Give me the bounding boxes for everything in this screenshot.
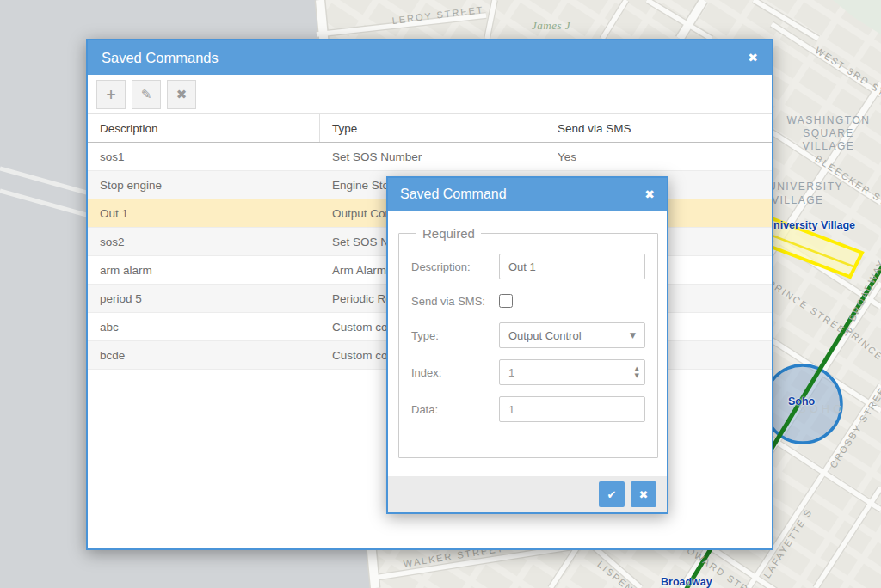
spinner-down-icon[interactable]: ▼	[635, 372, 639, 379]
cancel-button[interactable]: ✖	[631, 481, 656, 507]
description-label: Description:	[411, 260, 499, 273]
description-row: Description:	[411, 254, 645, 279]
index-label: Index:	[411, 366, 499, 379]
saved-command-title: Saved Command	[400, 187, 507, 202]
saved-commands-titlebar[interactable]: Saved Commands ✖	[88, 40, 772, 75]
type-select[interactable]: Output Control ▼	[499, 322, 645, 348]
commands-table-header: Description Type Send via SMS	[88, 113, 772, 143]
column-header-type[interactable]: Type	[320, 114, 545, 142]
data-label: Data:	[411, 403, 499, 416]
delete-command-button[interactable]: ✖	[167, 80, 196, 109]
type-select-value: Output Control	[508, 329, 582, 342]
cell-description: arm alarm	[88, 256, 320, 284]
area-label-washington-2: SQUARE	[777, 127, 880, 139]
check-icon: ✔	[607, 488, 617, 501]
cell-description: sos2	[88, 228, 320, 255]
cell-description: sos1	[88, 143, 320, 170]
data-input[interactable]	[499, 396, 645, 422]
send-via-sms-label: Send via SMS:	[411, 295, 499, 308]
app-window: LEROY STREET James J WEST 3RD STR WASHIN…	[0, 0, 881, 588]
area-label-washington-3: VILLAGE	[777, 140, 880, 152]
saved-command-titlebar[interactable]: Saved Command ✖	[388, 178, 667, 211]
spinner-up-icon[interactable]: ▲	[635, 365, 639, 372]
confirm-button[interactable]: ✔	[599, 481, 625, 507]
geofence-label-soho: Soho	[788, 395, 815, 407]
saved-command-dialog: Saved Command ✖ Required Description: Se…	[386, 176, 668, 514]
cell-description: abc	[88, 313, 320, 340]
close-icon[interactable]: ✖	[644, 188, 655, 200]
delete-icon: ✖	[176, 87, 188, 102]
cell-description: Out 1	[88, 199, 320, 227]
park-label-james-walker: James J	[532, 19, 570, 33]
index-stepper: ▲ ▼	[499, 359, 645, 385]
x-icon: ✖	[639, 488, 649, 501]
area-label-washington-1: WASHINGTON	[777, 114, 880, 126]
chevron-down-icon: ▼	[630, 331, 636, 340]
cell-description: bcde	[88, 341, 320, 369]
commands-toolbar: + ✎ ✖	[88, 75, 772, 113]
index-row: Index: ▲ ▼	[411, 359, 645, 385]
table-row[interactable]: sos1 Set SOS Number Yes	[88, 143, 772, 171]
plus-icon: +	[106, 87, 117, 102]
column-header-description[interactable]: Description	[88, 114, 320, 142]
required-legend: Required	[416, 226, 481, 241]
edit-command-button[interactable]: ✎	[132, 80, 161, 109]
type-label: Type:	[411, 329, 499, 342]
add-command-button[interactable]: +	[96, 80, 126, 109]
area-label-university-2: VILLAGE	[772, 194, 824, 206]
close-icon[interactable]: ✖	[748, 52, 758, 64]
description-input[interactable]	[499, 254, 645, 279]
required-fieldset: Required Description: Send via SMS: Type…	[398, 226, 658, 458]
type-row: Type: Output Control ▼	[411, 322, 645, 348]
saved-commands-title: Saved Commands	[102, 50, 219, 66]
pencil-icon: ✎	[141, 87, 152, 102]
cell-description: period 5	[88, 285, 320, 312]
area-label-university-1: UNIVERSITY	[768, 181, 843, 193]
cell-description: Stop engine	[88, 171, 320, 199]
geofence-label-broadway: Broadway	[661, 576, 712, 588]
geofence-label-university-village: University Village	[766, 219, 855, 231]
cell-type: Set SOS Number	[320, 143, 545, 170]
cell-sms: Yes	[545, 143, 772, 170]
data-row: Data:	[411, 396, 645, 422]
column-header-sms[interactable]: Send via SMS	[545, 114, 772, 142]
dialog-footer: ✔ ✖	[388, 476, 667, 512]
send-via-sms-row: Send via SMS:	[411, 291, 645, 311]
index-input[interactable]	[499, 359, 645, 385]
stepper-buttons: ▲ ▼	[635, 359, 639, 385]
send-via-sms-checkbox[interactable]	[499, 294, 513, 308]
